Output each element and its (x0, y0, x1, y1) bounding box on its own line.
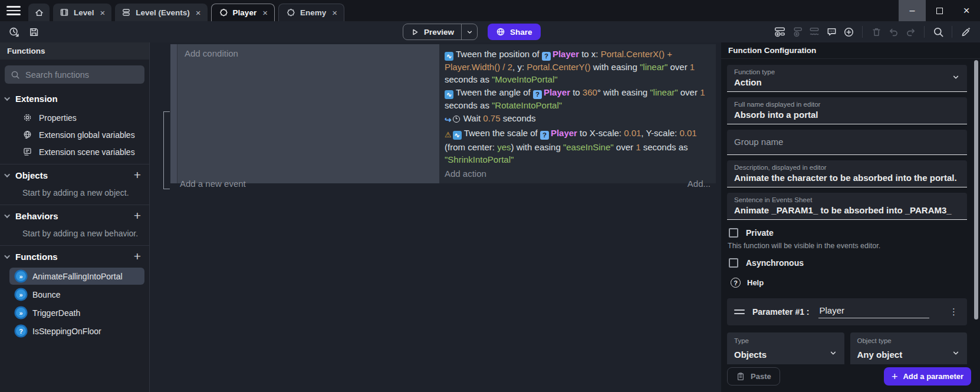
search-icon[interactable] (932, 25, 945, 38)
private-checkbox[interactable] (729, 228, 738, 238)
add-circle-icon[interactable] (842, 25, 855, 38)
menu-icon[interactable] (6, 4, 21, 18)
add-behavior-button[interactable]: + (134, 210, 141, 221)
tween-icon: ∿ (445, 90, 453, 99)
panel-footer: Paste + Add a parameter (721, 364, 980, 392)
add-event-more-button[interactable]: Add... (688, 179, 711, 189)
search-icon (11, 70, 20, 80)
chevron-down-icon (4, 212, 10, 218)
chat-icon[interactable] (825, 25, 838, 38)
action-text-segment: seconds as (445, 100, 492, 110)
close-button[interactable]: × (953, 0, 980, 21)
event-action[interactable]: ∿Tween the angle of ?Player to 360° with… (445, 86, 710, 111)
action-text-segment: yes (497, 142, 511, 152)
home-icon (34, 8, 44, 18)
main-content: Functions Extension Properties Extension… (0, 42, 980, 392)
section-extension[interactable]: Extension (0, 88, 149, 109)
tab-enemy[interactable]: Enemy × (278, 4, 344, 21)
sidebar-item-extension-scene-variables[interactable]: Extension scene variables (0, 143, 149, 160)
section-behaviors[interactable]: Behaviors + (0, 205, 149, 226)
action-function-icon: » (16, 308, 26, 318)
maximize-button[interactable] (926, 0, 953, 21)
event-action[interactable]: ↪Wait 0.75 seconds (445, 112, 710, 126)
share-button[interactable]: Share (488, 24, 541, 40)
panel-scrollbar[interactable] (974, 60, 978, 319)
add-event-icon[interactable] (774, 25, 787, 38)
object-badge: ? (542, 52, 551, 61)
action-text-segment: Tween the position of (456, 49, 542, 59)
action-text-segment: over (667, 62, 690, 72)
group-name-field[interactable]: Group name (727, 130, 967, 155)
close-icon[interactable]: × (100, 8, 106, 18)
preview-button[interactable]: Preview (403, 24, 478, 40)
add-action-button[interactable]: Add action (445, 167, 710, 180)
parameter-object-type-select[interactable]: Object type Any object (850, 332, 968, 364)
help-link[interactable]: ? Help (731, 278, 967, 288)
event-action[interactable]: ∿Tween the position of ?Player to x: Por… (445, 48, 710, 85)
chevron-down-icon (829, 349, 837, 357)
tab-player[interactable]: Player × (211, 4, 275, 21)
parameter-name-input[interactable] (818, 305, 929, 318)
save-icon[interactable] (27, 25, 40, 38)
function-item-bounce[interactable]: » Bounce (9, 286, 144, 303)
trash-icon[interactable] (870, 25, 883, 38)
asynchronous-checkbox-row[interactable]: Asynchronous (729, 258, 967, 268)
section-objects[interactable]: Objects + (0, 164, 149, 186)
action-text-segment: over (678, 87, 701, 97)
tab-home[interactable] (28, 4, 50, 21)
sidebar-item-properties[interactable]: Properties (0, 109, 149, 126)
action-text-segment: seconds as (640, 142, 688, 152)
kebab-icon[interactable]: ⋮ (948, 307, 960, 317)
action-text-segment: 0.01 (624, 128, 641, 138)
add-function-button[interactable]: + (134, 251, 141, 262)
parameter-type-select[interactable]: Type Objects (727, 332, 844, 364)
chevron-down-icon (952, 349, 960, 357)
sentence-field[interactable]: Sentence in Events Sheet Animate _PARAM1… (727, 193, 967, 220)
full-name-field[interactable]: Full name displayed in editor Absorb int… (727, 97, 967, 124)
action-text-segment: seconds as (445, 74, 492, 84)
objects-empty-text: Start by adding a new object. (0, 186, 149, 205)
add-subevent-icon[interactable] (791, 25, 804, 38)
function-item-issteppingonfloor[interactable]: ? IsSteppingOnFloor (9, 322, 144, 340)
chevron-down-icon[interactable] (462, 28, 477, 36)
add-new-event-button[interactable]: Add a new event (180, 179, 246, 189)
sidebar-item-extension-global-variables[interactable]: Extension global variables (0, 126, 149, 143)
add-object-button[interactable]: + (134, 170, 141, 180)
search-input[interactable] (25, 70, 139, 80)
gdevelop-window: Level × Level (Events) × Player × Enemy … (0, 0, 980, 392)
function-item-triggerdeath[interactable]: » TriggerDeath (9, 304, 144, 321)
magic-pen-icon[interactable] (959, 25, 972, 38)
action-text-segment: 0.01 (679, 128, 696, 138)
event-margin[interactable] (170, 44, 177, 183)
tab-level[interactable]: Level × (53, 4, 111, 21)
close-icon[interactable]: × (196, 8, 201, 18)
clipboard-icon (736, 372, 745, 381)
action-text-segment: ) with easing (511, 142, 563, 152)
function-item-animatefallingintoportal[interactable]: » AnimateFallingIntoPortal (9, 268, 144, 285)
event-action[interactable]: ⚠∿Tween the scale of ?Player to X-scale:… (445, 127, 710, 166)
history-icon[interactable] (7, 25, 20, 38)
drag-handle-icon[interactable] (734, 309, 745, 314)
action-text-segment: Player (551, 128, 577, 138)
private-checkbox-row[interactable]: Private (729, 228, 967, 238)
add-comment-icon[interactable] (808, 25, 821, 38)
add-parameter-button[interactable]: + Add a parameter (884, 367, 971, 386)
gear-icon (22, 113, 32, 123)
paste-button[interactable]: Paste (727, 367, 780, 386)
actions-list: ∿Tween the position of ?Player to x: Por… (445, 48, 710, 166)
redo-icon[interactable] (904, 25, 917, 38)
asynchronous-checkbox[interactable] (729, 258, 738, 268)
action-text-segment: over (614, 142, 636, 152)
close-icon[interactable]: × (332, 8, 337, 18)
minimize-button[interactable]: – (899, 0, 926, 21)
undo-icon[interactable] (887, 25, 900, 38)
function-type-select[interactable]: Function type Action (727, 65, 967, 92)
film-icon (60, 8, 69, 17)
add-condition-button[interactable]: Add condition (185, 48, 432, 58)
tab-level-events[interactable]: Level (Events) × (115, 4, 207, 21)
event-block[interactable]: Add condition ∿Tween the position of ?Pl… (170, 44, 716, 183)
description-field[interactable]: Description, displayed in editor Animate… (727, 160, 967, 187)
close-icon[interactable]: × (262, 8, 268, 18)
action-text-segment: Wait (463, 113, 484, 123)
section-functions[interactable]: Functions + (0, 246, 149, 267)
